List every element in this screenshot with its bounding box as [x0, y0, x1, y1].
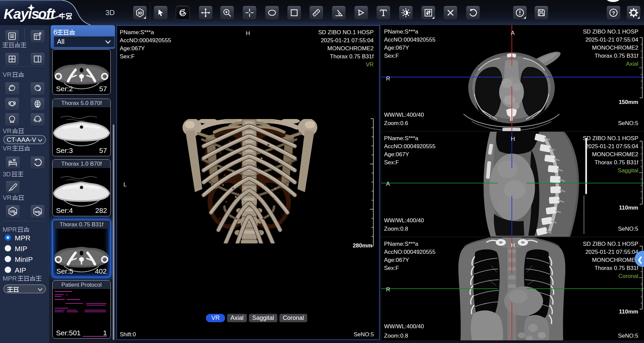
svg-text:3D: 3D	[138, 11, 142, 15]
svg-text:MIP: MIP	[35, 210, 40, 213]
svg-text:?: ?	[612, 10, 615, 16]
